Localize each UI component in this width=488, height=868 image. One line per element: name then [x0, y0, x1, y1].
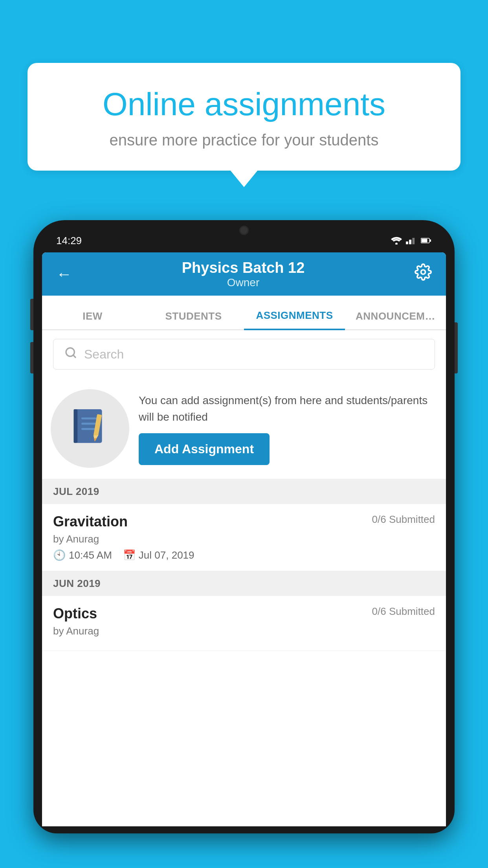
- section-header-jun: JUN 2019: [42, 571, 446, 596]
- phone-wrapper: 14:29: [33, 220, 455, 868]
- assignment-by-optics: by Anurag: [53, 625, 435, 637]
- speech-bubble-tail: [230, 170, 258, 187]
- tab-iew[interactable]: IEW: [42, 310, 143, 329]
- settings-button[interactable]: [415, 263, 432, 285]
- promo-icon-circle: [51, 389, 129, 468]
- status-time: 14:29: [56, 235, 82, 247]
- svg-rect-2: [409, 240, 411, 245]
- bubble-subtitle: ensure more practice for your students: [55, 131, 433, 149]
- signal-icon: [406, 237, 417, 245]
- tab-students[interactable]: STUDENTS: [143, 310, 244, 329]
- speech-bubble: Online assignments ensure more practice …: [28, 63, 460, 171]
- svg-rect-13: [81, 423, 98, 425]
- phone-volume-down-button: [30, 342, 33, 373]
- tab-assignments[interactable]: ASSIGNMENTS: [244, 309, 345, 330]
- header-title: Physics Batch 12: [182, 259, 305, 276]
- section-header-jul: JUL 2019: [42, 479, 446, 504]
- assignment-meta-gravitation: 🕙 10:45 AM 📅 Jul 07, 2019: [53, 549, 435, 561]
- status-icons: [391, 237, 432, 245]
- assignment-row1: Gravitation 0/6 Submitted: [53, 513, 435, 530]
- search-bar[interactable]: Search: [53, 339, 435, 370]
- promo-description: You can add assignment(s) from here and …: [139, 392, 435, 425]
- header-title-area: Physics Batch 12 Owner: [182, 259, 305, 289]
- assignment-item-optics[interactable]: Optics 0/6 Submitted by Anurag: [42, 596, 446, 651]
- promo-text-area: You can add assignment(s) from here and …: [139, 392, 435, 465]
- wifi-icon: [391, 237, 402, 245]
- svg-line-9: [73, 355, 75, 357]
- assignment-by-gravitation: by Anurag: [53, 533, 435, 545]
- assignment-submitted-optics: 0/6 Submitted: [372, 605, 435, 618]
- gear-icon: [415, 263, 432, 281]
- battery-icon: [421, 237, 432, 245]
- svg-rect-1: [406, 241, 408, 244]
- back-button[interactable]: ←: [56, 265, 72, 283]
- calendar-icon: 📅: [123, 549, 136, 561]
- tabs-row: IEW STUDENTS ASSIGNMENTS ANNOUNCEM…: [42, 296, 446, 330]
- tab-announcements[interactable]: ANNOUNCEM…: [345, 310, 446, 329]
- svg-point-0: [395, 243, 398, 245]
- search-icon: [64, 346, 77, 362]
- svg-rect-3: [412, 238, 415, 244]
- bubble-title: Online assignments: [55, 86, 433, 122]
- promo-section: You can add assignment(s) from here and …: [42, 378, 446, 479]
- speech-bubble-container: Online assignments ensure more practice …: [28, 63, 460, 187]
- search-container: Search: [42, 330, 446, 378]
- svg-rect-12: [81, 417, 98, 419]
- phone-volume-up-button: [30, 299, 33, 330]
- svg-rect-6: [430, 239, 431, 242]
- phone-notch: [218, 220, 270, 236]
- notebook-icon: [70, 407, 110, 450]
- assignment-name-gravitation: Gravitation: [53, 513, 128, 530]
- add-assignment-button[interactable]: Add Assignment: [139, 433, 270, 465]
- header-subtitle: Owner: [182, 276, 305, 289]
- assignment-name-optics: Optics: [53, 605, 97, 622]
- app-header: ← Physics Batch 12 Owner: [42, 252, 446, 296]
- svg-rect-11: [73, 409, 77, 443]
- assignment-row1-optics: Optics 0/6 Submitted: [53, 605, 435, 622]
- assignment-date-gravitation: 📅 Jul 07, 2019: [123, 549, 194, 561]
- phone-frame: 14:29: [33, 220, 455, 833]
- assignment-submitted-gravitation: 0/6 Submitted: [372, 513, 435, 526]
- svg-point-7: [421, 270, 425, 274]
- clock-icon: 🕙: [53, 549, 66, 561]
- front-camera: [239, 226, 249, 235]
- assignment-time-gravitation: 🕙 10:45 AM: [53, 549, 112, 561]
- assignment-item-gravitation[interactable]: Gravitation 0/6 Submitted by Anurag 🕙 10…: [42, 504, 446, 571]
- phone-power-button: [455, 322, 458, 373]
- search-placeholder: Search: [84, 347, 124, 362]
- phone-screen: ← Physics Batch 12 Owner IEW STUDENTS AS…: [42, 252, 446, 826]
- svg-rect-5: [422, 239, 427, 243]
